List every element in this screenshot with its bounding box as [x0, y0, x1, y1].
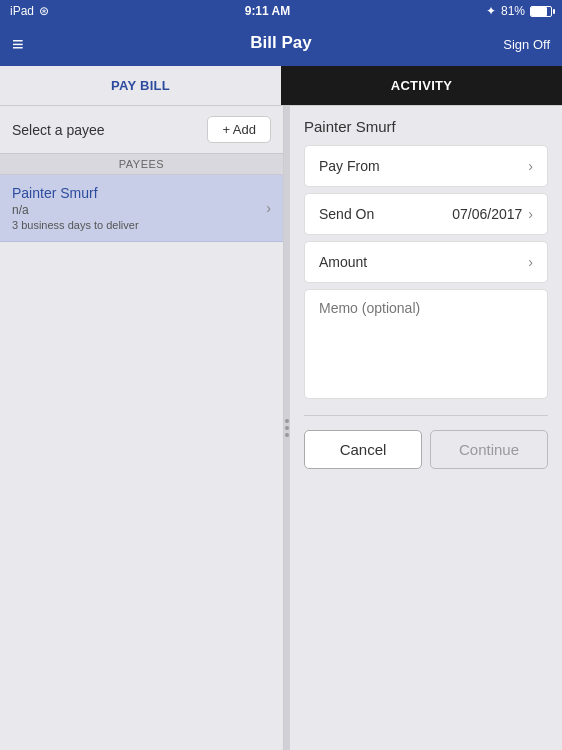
divider-dot-1 — [285, 419, 289, 423]
ipad-label: iPad — [10, 4, 34, 18]
status-bar: iPad ⊛ 9:11 AM ✦ 81% — [0, 0, 562, 22]
action-buttons: Cancel Continue — [304, 430, 548, 469]
payee-chevron-icon: › — [266, 200, 271, 216]
status-left: iPad ⊛ — [10, 4, 49, 18]
payee-account: n/a — [12, 203, 266, 217]
menu-button[interactable]: ≡ — [12, 34, 24, 54]
battery-label: 81% — [501, 4, 525, 18]
send-on-date: 07/06/2017 — [452, 206, 522, 222]
amount-row[interactable]: Amount › — [304, 241, 548, 283]
amount-chevron-icon: › — [528, 254, 533, 270]
select-payee-row: Select a payee + Add — [0, 106, 283, 153]
payee-delivery: 3 business days to deliver — [12, 219, 266, 231]
tab-activity[interactable]: ACTIVITY — [281, 66, 562, 105]
cancel-button[interactable]: Cancel — [304, 430, 422, 469]
send-on-value: 07/06/2017 › — [452, 206, 533, 222]
send-on-chevron-icon: › — [528, 206, 533, 222]
payee-name: Painter Smurf — [12, 185, 266, 201]
status-right: ✦ 81% — [486, 4, 552, 18]
divider-dot-2 — [285, 426, 289, 430]
send-on-row[interactable]: Send On 07/06/2017 › — [304, 193, 548, 235]
sign-off-button[interactable]: Sign Off — [503, 37, 550, 52]
tab-pay-bill[interactable]: PAY BILL — [0, 66, 281, 105]
pay-from-label: Pay From — [319, 158, 380, 174]
amount-label: Amount — [319, 254, 367, 270]
divider-dots — [285, 419, 289, 437]
status-time: 9:11 AM — [245, 4, 291, 18]
pay-from-row[interactable]: Pay From › — [304, 145, 548, 187]
continue-button[interactable]: Continue — [430, 430, 548, 469]
divider-dot-3 — [285, 433, 289, 437]
payee-item[interactable]: Painter Smurf n/a 3 business days to del… — [0, 175, 283, 242]
tab-bar: PAY BILL ACTIVITY — [0, 66, 562, 106]
wifi-icon: ⊛ — [39, 4, 49, 18]
pay-from-chevron-icon: › — [528, 158, 533, 174]
select-payee-label: Select a payee — [12, 122, 105, 138]
bluetooth-icon: ✦ — [486, 4, 496, 18]
selected-payee-title: Painter Smurf — [304, 118, 548, 135]
amount-value: › — [528, 254, 533, 270]
separator-line — [304, 415, 548, 416]
left-panel: Select a payee + Add PAYEES Painter Smur… — [0, 106, 284, 750]
battery-icon — [530, 6, 552, 17]
send-on-label: Send On — [319, 206, 374, 222]
pay-from-value: › — [528, 158, 533, 174]
memo-textarea[interactable] — [319, 300, 533, 380]
right-panel: Painter Smurf Pay From › Send On 07/06/2… — [290, 106, 562, 750]
main-layout: Select a payee + Add PAYEES Painter Smur… — [0, 106, 562, 750]
memo-field[interactable] — [304, 289, 548, 399]
nav-title: Bill Pay — [250, 33, 311, 53]
nav-bar: ≡ Bill Pay Sign Off — [0, 22, 562, 66]
payee-info: Painter Smurf n/a 3 business days to del… — [12, 185, 266, 231]
add-payee-button[interactable]: + Add — [207, 116, 271, 143]
payees-header: PAYEES — [0, 153, 283, 175]
